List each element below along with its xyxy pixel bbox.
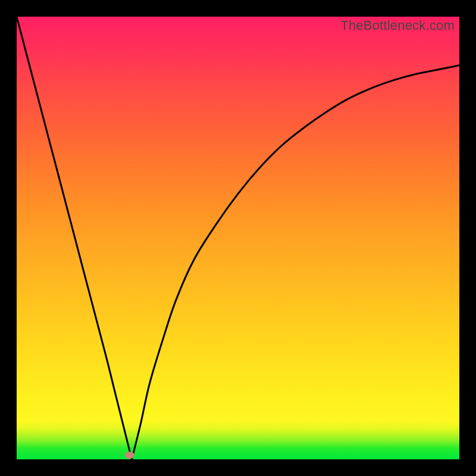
optimal-point-marker <box>125 452 134 459</box>
curve-svg <box>17 17 459 459</box>
chart-frame: TheBottleneck.com <box>0 0 476 476</box>
plot-area: TheBottleneck.com <box>17 17 459 459</box>
bottleneck-curve-path <box>17 17 459 459</box>
watermark-text: TheBottleneck.com <box>340 18 455 33</box>
